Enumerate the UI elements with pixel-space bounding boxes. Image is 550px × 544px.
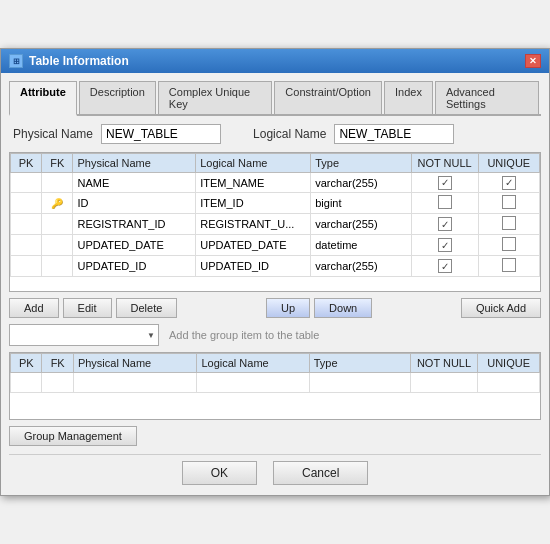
checkbox-unique[interactable] (502, 258, 516, 272)
table-row[interactable]: 🔑IDITEM_IDbigint (11, 193, 540, 214)
bottom-header-type: Type (309, 354, 410, 373)
cell-not-null[interactable] (411, 173, 478, 193)
checkbox-not-null[interactable] (438, 176, 452, 190)
content-area: Attribute Description Complex Unique Key… (1, 73, 549, 495)
table-row[interactable]: UPDATED_IDUPDATED_IDvarchar(255) (11, 256, 540, 277)
cell-fk (42, 173, 73, 193)
cell-unique[interactable] (478, 256, 539, 277)
checkbox-not-null[interactable] (438, 238, 452, 252)
ok-button[interactable]: OK (182, 461, 257, 485)
header-unique: UNIQUE (478, 154, 539, 173)
checkbox-not-null[interactable] (438, 259, 452, 273)
header-not-null: NOT NULL (411, 154, 478, 173)
cell-pk (11, 256, 42, 277)
cell-logical-name: ITEM_ID (196, 193, 311, 214)
cell-type: bigint (311, 193, 411, 214)
cell-type: varchar(255) (311, 173, 411, 193)
bottom-table-container: PK FK Physical Name Logical Name Type NO… (9, 352, 541, 420)
header-pk: PK (11, 154, 42, 173)
cell-unique[interactable] (478, 235, 539, 256)
tab-bar: Attribute Description Complex Unique Key… (9, 81, 541, 116)
title-bar: ⊞ Table Information ✕ (1, 49, 549, 73)
cell-physical-name: UPDATED_ID (73, 256, 196, 277)
tab-attribute[interactable]: Attribute (9, 81, 77, 116)
tab-constraint-option[interactable]: Constraint/Option (274, 81, 382, 114)
checkbox-unique[interactable] (502, 195, 516, 209)
tab-advanced-settings[interactable]: Advanced Settings (435, 81, 539, 114)
checkbox-unique[interactable] (502, 216, 516, 230)
physical-name-label: Physical Name (13, 127, 93, 141)
up-button[interactable]: Up (266, 298, 310, 318)
cell-logical-name: UPDATED_ID (196, 256, 311, 277)
window-title: Table Information (29, 54, 129, 68)
bottom-table: PK FK Physical Name Logical Name Type NO… (10, 353, 540, 393)
cell-logical-name: ITEM_NAME (196, 173, 311, 193)
cell-physical-name: ID (73, 193, 196, 214)
down-button[interactable]: Down (314, 298, 372, 318)
cell-fk (42, 214, 73, 235)
cell-type: varchar(255) (311, 256, 411, 277)
header-fk: FK (42, 154, 73, 173)
checkbox-not-null[interactable] (438, 217, 452, 231)
group-management-row: Group Management (9, 426, 541, 446)
title-bar-left: ⊞ Table Information (9, 54, 129, 68)
main-table-container: PK FK Physical Name Logical Name Type NO… (9, 152, 541, 292)
header-logical-name: Logical Name (196, 154, 311, 173)
cell-fk (42, 256, 73, 277)
close-button[interactable]: ✕ (525, 54, 541, 68)
tab-description[interactable]: Description (79, 81, 156, 114)
cell-not-null[interactable] (411, 235, 478, 256)
cell-not-null[interactable] (411, 193, 478, 214)
add-button[interactable]: Add (9, 298, 59, 318)
cell-fk (42, 235, 73, 256)
main-table-header: PK FK Physical Name Logical Name Type NO… (11, 154, 540, 173)
group-management-button[interactable]: Group Management (9, 426, 137, 446)
name-row: Physical Name Logical Name (9, 116, 541, 148)
bottom-header-logical-name: Logical Name (197, 354, 309, 373)
table-row[interactable]: NAMEITEM_NAMEvarchar(255) (11, 173, 540, 193)
group-row: ▼ Add the group item to the table (9, 324, 541, 346)
bottom-header-pk: PK (11, 354, 42, 373)
key-icon: 🔑 (51, 198, 63, 209)
delete-button[interactable]: Delete (116, 298, 178, 318)
logical-name-input[interactable] (334, 124, 454, 144)
cell-type: datetime (311, 235, 411, 256)
logical-name-label: Logical Name (253, 127, 326, 141)
cancel-button[interactable]: Cancel (273, 461, 368, 485)
table-row[interactable]: REGISTRANT_IDREGISTRANT_U...varchar(255) (11, 214, 540, 235)
table-information-window: ⊞ Table Information ✕ Attribute Descript… (0, 48, 550, 496)
cell-unique[interactable] (478, 173, 539, 193)
cell-logical-name: REGISTRANT_U... (196, 214, 311, 235)
cell-unique[interactable] (478, 193, 539, 214)
checkbox-unique[interactable] (502, 237, 516, 251)
group-select-wrap: ▼ (9, 324, 159, 346)
cell-physical-name: REGISTRANT_ID (73, 214, 196, 235)
cell-logical-name: UPDATED_DATE (196, 235, 311, 256)
window-icon: ⊞ (9, 54, 23, 68)
cell-pk (11, 193, 42, 214)
bottom-table-header: PK FK Physical Name Logical Name Type NO… (11, 354, 540, 373)
cell-not-null[interactable] (411, 214, 478, 235)
physical-name-input[interactable] (101, 124, 221, 144)
cell-type: varchar(255) (311, 214, 411, 235)
main-table: PK FK Physical Name Logical Name Type NO… (10, 153, 540, 277)
cell-pk (11, 173, 42, 193)
checkbox-not-null[interactable] (438, 195, 452, 209)
group-hint: Add the group item to the table (163, 327, 325, 343)
bottom-table-empty-row (11, 373, 540, 393)
checkbox-unique[interactable] (502, 176, 516, 190)
bottom-header-fk: FK (42, 354, 73, 373)
footer-row: OK Cancel (9, 454, 541, 487)
group-select[interactable] (9, 324, 159, 346)
header-type: Type (311, 154, 411, 173)
quick-add-button[interactable]: Quick Add (461, 298, 541, 318)
cell-physical-name: UPDATED_DATE (73, 235, 196, 256)
cell-unique[interactable] (478, 214, 539, 235)
edit-button[interactable]: Edit (63, 298, 112, 318)
tab-complex-unique-key[interactable]: Complex Unique Key (158, 81, 273, 114)
bottom-header-physical-name: Physical Name (73, 354, 197, 373)
table-row[interactable]: UPDATED_DATEUPDATED_DATEdatetime (11, 235, 540, 256)
tab-index[interactable]: Index (384, 81, 433, 114)
bottom-header-unique: UNIQUE (478, 354, 540, 373)
cell-not-null[interactable] (411, 256, 478, 277)
